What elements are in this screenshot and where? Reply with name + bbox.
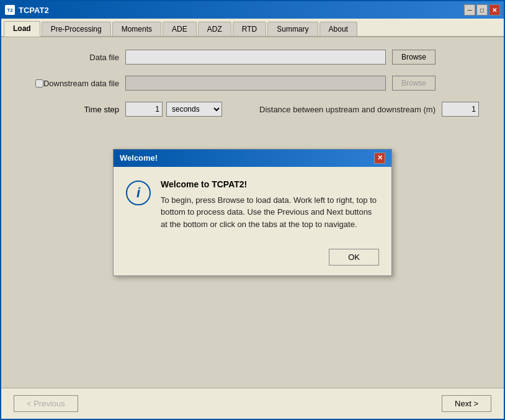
maximize-button[interactable]: □ <box>476 4 488 16</box>
modal-footer: OK <box>114 243 391 275</box>
ok-button[interactable]: OK <box>329 249 379 266</box>
modal-close-button[interactable]: ✕ <box>374 153 385 164</box>
modal-title-bar: Welcome! ✕ <box>114 150 391 167</box>
modal-overlay: Welcome! ✕ i Welcome to TCPAT2! To begin… <box>1 37 504 388</box>
title-bar-left: T2 TCPAT2 <box>5 5 49 15</box>
modal-text: Welcome to TCPAT2! To begin, press Brows… <box>161 179 379 231</box>
tab-load[interactable]: Load <box>4 21 40 37</box>
tab-moments[interactable]: Moments <box>112 22 161 36</box>
minimize-button[interactable]: ─ <box>464 4 475 16</box>
tab-rtd[interactable]: RTD <box>233 22 266 36</box>
welcome-modal: Welcome! ✕ i Welcome to TCPAT2! To begin… <box>113 149 392 277</box>
previous-button[interactable]: < Previous <box>14 395 78 412</box>
modal-heading: Welcome to TCPAT2! <box>161 179 379 189</box>
modal-body-text: To begin, press Browse to load data. Wor… <box>161 194 379 231</box>
modal-body: i Welcome to TCPAT2! To begin, press Bro… <box>114 167 391 243</box>
info-icon: i <box>126 181 151 205</box>
window-title: TCPAT2 <box>19 6 49 15</box>
title-bar-controls: ─ □ ✕ <box>464 4 500 16</box>
next-button[interactable]: Next > <box>442 395 491 412</box>
bottom-bar: < Previous Next > <box>1 388 504 419</box>
tab-preprocessing[interactable]: Pre-Processing <box>42 22 111 36</box>
close-button[interactable]: ✕ <box>489 4 500 16</box>
tab-adz[interactable]: ADZ <box>198 22 231 36</box>
title-bar: T2 TCPAT2 ─ □ ✕ <box>1 1 504 19</box>
modal-title: Welcome! <box>120 153 158 163</box>
main-content: Data file Browse Downstream data file Br… <box>1 37 504 388</box>
tab-about[interactable]: About <box>320 22 357 36</box>
tab-summary[interactable]: Summary <box>267 22 318 36</box>
app-icon: T2 <box>5 5 15 15</box>
tab-bar: Load Pre-Processing Moments ADE ADZ RTD … <box>1 19 504 37</box>
tab-ade[interactable]: ADE <box>163 22 197 36</box>
main-window: T2 TCPAT2 ─ □ ✕ Load Pre-Processing Mome… <box>0 0 505 420</box>
